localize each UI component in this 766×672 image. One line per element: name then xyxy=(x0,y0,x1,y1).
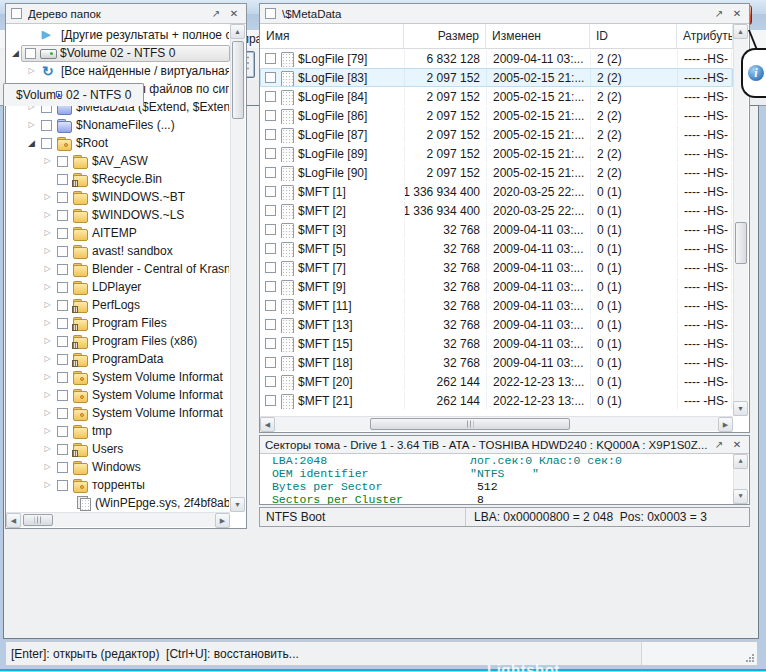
file-checkbox[interactable] xyxy=(265,129,276,140)
expand-arrow-icon[interactable]: ▷ xyxy=(42,152,53,170)
folder-tree-panel-header[interactable]: Дерево папок ↗ ✕ xyxy=(6,4,246,24)
close-panel-icon[interactable]: ✕ xyxy=(730,8,744,19)
tree-item-checkbox[interactable] xyxy=(57,336,68,347)
tree-item-system-volume-informat[interactable]: ▷System Volume Informat xyxy=(6,404,230,422)
tree-item-tmp[interactable]: ▷tmp xyxy=(6,422,230,440)
file-checkbox[interactable] xyxy=(265,357,276,368)
tree-item-system-volume-informat[interactable]: ▷System Volume Informat xyxy=(6,368,230,386)
notification-balloon[interactable]: i xyxy=(741,48,766,98)
tree-item-program-files-x86[interactable]: ▷Program Files (x86) xyxy=(6,332,230,350)
tree-item-checkbox[interactable] xyxy=(57,264,68,275)
tree-item-[interactable]: ▷[Все найденные / виртуальная xyxy=(6,62,230,80)
collapse-arrow-icon[interactable]: ◢ xyxy=(26,134,37,152)
scroll-left-icon[interactable]: ◀ xyxy=(260,417,275,432)
tree-item-checkbox[interactable] xyxy=(57,480,68,491)
file-checkbox[interactable] xyxy=(265,262,276,273)
tree-item-checkbox[interactable] xyxy=(57,372,68,383)
expand-arrow-icon[interactable]: ▷ xyxy=(42,224,53,242)
table-row[interactable]: $LogFile [84]2 097 1522005-02-15 21:...2… xyxy=(260,87,733,106)
tree-item-[interactable]: ▷торренты xyxy=(6,476,230,494)
tree-item-checkbox[interactable] xyxy=(57,318,68,329)
table-row[interactable]: $LogFile [79]6 832 1282009-04-11 03:...2… xyxy=(260,49,733,68)
tree-item-volume-02-ntfs-0[interactable]: ◢$Volume 02 - NTFS 0 xyxy=(6,44,230,62)
tree-item-checkbox[interactable] xyxy=(25,48,36,59)
table-row[interactable]: $MFT [11]32 7682009-04-11 03:...0 (1)---… xyxy=(260,296,733,315)
expand-arrow-icon[interactable]: ▷ xyxy=(42,458,53,476)
tree-item-checkbox[interactable] xyxy=(57,192,68,203)
tree-item-checkbox[interactable] xyxy=(57,300,68,311)
tree-item-ldplayer[interactable]: ▷LDPlayer xyxy=(6,278,230,296)
tree-item-nonamefiles[interactable]: ▷$NonameFiles (...) xyxy=(6,116,230,134)
tree-item-checkbox[interactable] xyxy=(41,120,52,131)
scroll-down-icon[interactable]: ▼ xyxy=(733,401,748,416)
column-header-name[interactable]: Имя xyxy=(260,24,404,48)
tree-item-windows[interactable]: ▷Windows xyxy=(6,458,230,476)
table-row[interactable]: $LogFile [83]2 097 1522005-02-15 21:...2… xyxy=(260,68,733,87)
expand-arrow-icon[interactable]: ▷ xyxy=(26,116,37,134)
scroll-down-icon[interactable]: ▼ xyxy=(230,497,245,512)
file-checkbox[interactable] xyxy=(265,300,276,311)
tree-item-aitemp[interactable]: ▷AITEMP xyxy=(6,224,230,242)
column-header-size[interactable]: Размер xyxy=(404,24,486,48)
table-header[interactable]: ИмяРазмерИзмененIDАтрибуты xyxy=(260,24,733,49)
scroll-down-icon[interactable]: ▼ xyxy=(733,489,748,504)
expand-arrow-icon[interactable]: ▷ xyxy=(42,332,53,350)
sectors-panel-header[interactable]: Секторы тома - Drive 1 - 3.64 TiB - ATA … xyxy=(260,436,749,454)
tree-item-winpepge-sys-2f4bf8ab-f9[interactable]: (WinPEpge.sys, 2f4bf8ab-f9 xyxy=(6,494,230,512)
tree-item-system-volume-informat[interactable]: ▷System Volume Informat xyxy=(6,386,230,404)
table-row[interactable]: $MFT [13]32 7682009-04-11 03:...0 (1)---… xyxy=(260,315,733,334)
panel-checkbox[interactable] xyxy=(265,8,276,19)
table-row[interactable]: $MFT [2]1 336 934 4002020-03-25 22:...0 … xyxy=(260,201,733,220)
maximize-panel-icon[interactable]: ↗ xyxy=(712,8,726,19)
scroll-up-icon[interactable]: ▲ xyxy=(230,24,245,39)
close-panel-icon[interactable]: ✕ xyxy=(730,439,744,450)
expand-arrow-icon[interactable]: ▷ xyxy=(42,386,53,404)
tree-scrollbar-thumb[interactable] xyxy=(232,41,244,119)
tree-item-checkbox[interactable] xyxy=(57,426,68,437)
tree-item-checkbox[interactable] xyxy=(57,408,68,419)
tree-vertical-scrollbar[interactable]: ▲ ▼ xyxy=(230,24,245,512)
tree-item-recycle-bin[interactable]: $Recycle.Bin xyxy=(6,170,230,188)
tree-item-checkbox[interactable] xyxy=(57,462,68,473)
tree-horizontal-scrollbar[interactable]: ◀ ▶ xyxy=(6,512,230,527)
table-row[interactable]: $MFT [18]32 7682009-04-11 03:...0 (1)---… xyxy=(260,353,733,372)
maximize-panel-icon[interactable]: ↗ xyxy=(712,439,726,450)
tree-item-users[interactable]: ▷Users xyxy=(6,440,230,458)
table-row[interactable]: $MFT [21]262 1442022-12-23 13:...0 (1)--… xyxy=(260,391,733,410)
table-row[interactable]: $MFT [7]32 7682009-04-11 03:...0 (1)----… xyxy=(260,258,733,277)
scroll-up-icon[interactable]: ▲ xyxy=(733,454,748,469)
table-hscrollbar-thumb[interactable] xyxy=(370,418,570,430)
table-row[interactable]: $MFT [20]262 1442022-12-23 13:...0 (1)--… xyxy=(260,372,733,391)
file-checkbox[interactable] xyxy=(265,319,276,330)
table-row[interactable]: $MFT [5]32 7682009-04-11 03:...0 (1)----… xyxy=(260,239,733,258)
tree-item-checkbox[interactable] xyxy=(57,246,68,257)
column-header-id[interactable]: ID xyxy=(590,24,677,48)
tree-item-checkbox[interactable] xyxy=(57,228,68,239)
column-header-modified[interactable]: Изменен xyxy=(486,24,590,48)
scroll-up-icon[interactable]: ▲ xyxy=(733,24,748,39)
panel-checkbox[interactable] xyxy=(11,8,22,19)
expand-arrow-icon[interactable]: ▷ xyxy=(42,296,53,314)
file-checkbox[interactable] xyxy=(265,205,276,216)
tree-item-root[interactable]: ◢$Root xyxy=(6,134,230,152)
file-checkbox[interactable] xyxy=(265,53,276,64)
expand-arrow-icon[interactable]: ▷ xyxy=(42,422,53,440)
metadata-panel-header[interactable]: \$MetaData ↗ ✕ xyxy=(260,4,749,24)
scroll-right-icon[interactable]: ▶ xyxy=(718,417,733,432)
file-checkbox[interactable] xyxy=(265,110,276,121)
expand-arrow-icon[interactable]: ▷ xyxy=(42,242,53,260)
tree-item-av-asw[interactable]: ▷$AV_ASW xyxy=(6,152,230,170)
file-checkbox[interactable] xyxy=(265,376,276,387)
hex-vertical-scrollbar[interactable]: ▲ ▼ xyxy=(733,454,748,504)
expand-arrow-icon[interactable]: ▷ xyxy=(26,62,37,80)
table-row[interactable]: $MFT [3]32 7682009-04-11 03:...0 (1)----… xyxy=(260,220,733,239)
expand-arrow-icon[interactable]: ▷ xyxy=(42,314,53,332)
file-checkbox[interactable] xyxy=(265,224,276,235)
hex-viewer[interactable]: LBA:2048лог.сек:0 Клас:0 сек:0 OEM ident… xyxy=(260,454,749,504)
close-panel-icon[interactable]: ✕ xyxy=(227,8,241,19)
tree-item-perflogs[interactable]: ▷PerfLogs xyxy=(6,296,230,314)
expand-arrow-icon[interactable]: ▷ xyxy=(42,260,53,278)
expand-arrow-icon[interactable]: ▷ xyxy=(42,476,53,494)
file-checkbox[interactable] xyxy=(265,72,276,83)
tree-item-checkbox[interactable] xyxy=(57,390,68,401)
